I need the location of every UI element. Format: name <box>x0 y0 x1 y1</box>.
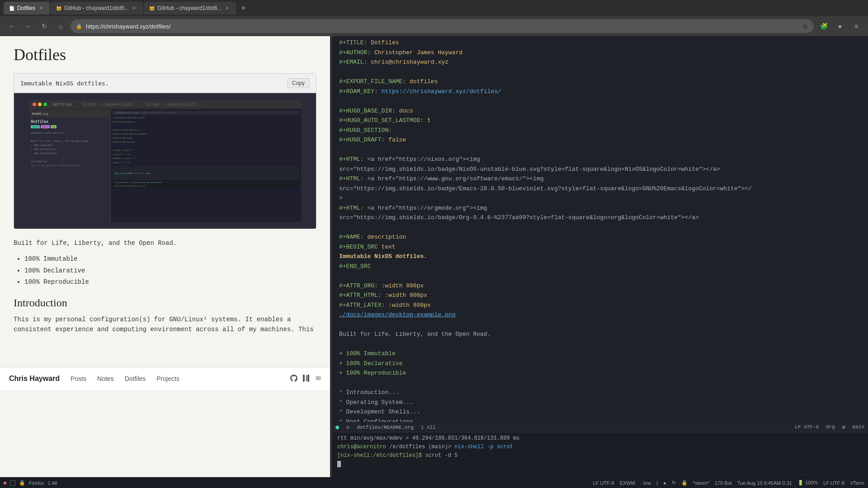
taskbar-lock2: 🔒 <box>681 480 688 486</box>
tab-bar: 📄 Dotfiles ✕ 🐱 GitHub - chayward1/dotfi.… <box>0 0 868 16</box>
screenshot-bar: dotfiles GitHub - chayward1/dott... GitH… <box>29 100 301 109</box>
taskbar-mode: EXWM <box>620 480 635 486</box>
editor-line: src="https://img.shields.io/badge/Emacs-… <box>332 184 868 194</box>
status-encoding: LF UTF-8 <box>795 424 819 430</box>
editor-line: * Introduction... <box>332 388 868 398</box>
editor-line: #+ROAM_KEY: https://chrishayward.xyz/dot… <box>332 87 868 97</box>
taskbar-dot <box>4 482 6 484</box>
nav-brand[interactable]: Chris Hayward <box>9 375 60 383</box>
nav-dotfiles[interactable]: Dotfiles <box>125 375 146 382</box>
editor-line: #+NAME: description <box>332 232 868 242</box>
terminal-path-text: /e/dotfiles (main)> <box>389 444 451 450</box>
intro-heading: Introduction <box>14 297 316 309</box>
editor-line: #+HUGO_SECTION: <box>332 126 868 136</box>
tab-label: Dotfiles <box>17 5 35 11</box>
dot-green <box>43 103 47 106</box>
tab-favicon: 🐱 <box>56 6 61 11</box>
nav-extras: 🧩 ● ≡ <box>817 20 863 33</box>
editor-line <box>332 223 868 233</box>
taskbar-separator: | <box>656 480 658 486</box>
terminal-area: rtt min/avg/max/mdev = 49.294/186.651/36… <box>332 432 868 477</box>
terminal-shell: [nix-shell:/etc/dotfiles]$ scrot -d 5 <box>337 451 863 460</box>
taskbar-firefox[interactable]: Firefox <box>29 480 44 486</box>
reload-button[interactable]: ↻ <box>38 20 51 33</box>
home-button[interactable]: ⌂ <box>54 20 67 33</box>
extensions-btn[interactable]: 🧩 <box>817 20 830 33</box>
github-icon[interactable] <box>290 375 297 383</box>
editor-line: Immutable NixOS dotfiles. <box>332 252 868 262</box>
copy-button[interactable]: Copy <box>287 78 310 88</box>
description-preview: Immutable NixOS dotfiles. <box>20 80 109 87</box>
url-text: https://chrishayward.xyz/dotfiles/ <box>86 23 798 30</box>
back-button[interactable]: ← <box>5 20 18 33</box>
browser-content: Dotfiles Immutable NixOS dotfiles. Copy <box>0 36 330 477</box>
menu-btn[interactable]: ≡ <box>850 20 863 33</box>
tab-github2[interactable]: 🐱 GitHub - chayward1/dotfi... ✕ <box>144 2 236 14</box>
tab-close-btn[interactable]: ✕ <box>38 5 44 11</box>
nav-posts[interactable]: Posts <box>71 375 86 382</box>
editor-line: #+HTML: <a href="https://orgmode.org"><i… <box>332 203 868 213</box>
tab-favicon: 📄 <box>9 6 14 11</box>
email-icon[interactable]: ✉ <box>316 375 321 383</box>
tab-github1[interactable]: 🐱 GitHub - chayward1/dotfi... ✕ <box>51 2 143 14</box>
body-text: Built for Life, Liberty, and the Open Ro… <box>14 238 316 248</box>
site-content: Dotfiles Immutable NixOS dotfiles. Copy <box>0 36 330 367</box>
screenshot-thumbnail: dotfiles GitHub - chayward1/dott... GitH… <box>14 93 316 229</box>
taskbar-bot: 170 Bot <box>715 480 732 486</box>
page-title: Dotfiles <box>14 45 316 64</box>
status-indicator <box>335 426 339 429</box>
browser-chrome: 📄 Dotfiles ✕ 🐱 GitHub - chayward1/dotfi.… <box>0 0 868 36</box>
tab-close-btn[interactable]: ✕ <box>224 5 231 11</box>
tab-dotfiles[interactable]: 📄 Dotfiles ✕ <box>4 2 50 14</box>
taskbar-left: 🔒 Firefox 1 All <box>4 480 57 486</box>
nav-projects[interactable]: Projects <box>156 375 179 382</box>
editor-line: * Host Configurations... <box>332 417 868 422</box>
screenshot-content: README.org Dotfiles NixOS Emacs Org <box>29 109 301 222</box>
taskbar-1all[interactable]: 1 All <box>48 480 57 486</box>
taskbar-line: : line <box>641 480 651 486</box>
taskbar-battery: 🔋 100% <box>797 480 818 486</box>
taskbar-encoding2: LF UTF-8 <box>823 480 844 486</box>
taskbar-empty-box <box>10 480 15 486</box>
main-area: Dotfiles Immutable NixOS dotfiles. Copy <box>0 36 868 477</box>
address-bar[interactable]: 🔒 https://chrishayward.xyz/dotfiles/ ☆ <box>71 19 814 33</box>
new-tab-button[interactable]: + <box>237 2 250 14</box>
profile-btn[interactable]: ● <box>834 20 846 33</box>
nav-bar: ← → ↻ ⌂ 🔒 https://chrishayward.xyz/dotfi… <box>0 16 868 36</box>
editor-line: #+HUGO_BASE_DIR: docs <box>332 106 868 116</box>
taskbar-rotate: ↻ <box>672 480 676 486</box>
taskbar: 🔒 Firefox 1 All LF UTF-8 EXWM : line | ●… <box>0 477 868 488</box>
terminal-nix-cmd-text: nix-shell -p scrot <box>454 444 513 450</box>
editor-content: #+TITLE: Dotfiles#+AUTHOR: Christopher J… <box>332 36 868 422</box>
editor-line: * Operating System... <box>332 398 868 408</box>
status-main: main <box>853 424 864 430</box>
intro-text: This is my personal configuration(s) for… <box>14 314 316 335</box>
editor-line: > <box>332 193 868 203</box>
editor-line <box>332 145 868 155</box>
editor-line: #+ATTR_ORG: :width 800px <box>332 281 868 291</box>
tab-close-btn[interactable]: ✕ <box>131 5 137 11</box>
screenshot-sidebar: README.org Dotfiles NixOS Emacs Org <box>29 109 110 222</box>
taskbar-vterm[interactable]: *vterm* <box>693 480 709 486</box>
editor-line: + 100% Immutable <box>332 349 868 359</box>
bullet-list: 100% Immutable 100% Declarative 100% Rep… <box>24 253 316 288</box>
editor-line: ./docs/images/desktop-example.png <box>332 310 868 320</box>
nav-notes[interactable]: Notes <box>97 375 114 382</box>
editor-line: #+HTML: <a href="https://nixos.org"><img <box>332 155 868 164</box>
status-right: LF UTF-8 Org ⊞ main <box>795 424 864 430</box>
editor-line <box>332 96 868 106</box>
rss-icon[interactable] <box>303 375 310 383</box>
dot-red <box>33 103 36 106</box>
site-nav: Chris Hayward Posts Notes Dotfiles Proje… <box>9 375 179 383</box>
forward-button[interactable]: → <box>22 20 34 33</box>
bookmark-icon[interactable]: ☆ <box>802 22 808 31</box>
editor-line: #+TITLE: Dotfiles <box>332 38 868 48</box>
editor-line: src="https://img.shields.io/badge/Org-9.… <box>332 213 868 223</box>
description-box: Immutable NixOS dotfiles. Copy dotfiles … <box>14 73 316 229</box>
editor-line <box>332 320 868 330</box>
taskbar-vterm-label: VTerm <box>850 480 864 486</box>
editor-lines-container: #+TITLE: Dotfiles#+AUTHOR: Christopher J… <box>332 38 868 422</box>
terminal-cursor <box>337 461 341 467</box>
status-rotate: ↻ <box>346 424 349 431</box>
taskbar-lock-icon: 🔒 <box>19 480 25 486</box>
